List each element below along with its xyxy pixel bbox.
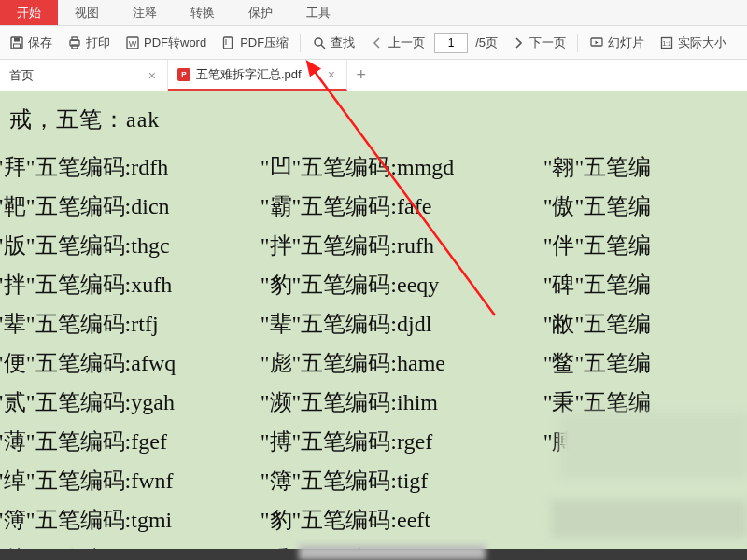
save-button[interactable]: 保存 <box>4 26 58 59</box>
code-entry: "翱"五笔编 <box>543 153 747 181</box>
blurred-region <box>551 500 747 538</box>
svg-rect-5 <box>72 45 78 49</box>
menu-convert[interactable]: 转换 <box>174 0 232 25</box>
code-entry: "薄"五笔编码:fgef <box>0 427 233 455</box>
code-entry: "豹"五笔编码:eeqy <box>261 271 515 299</box>
svg-rect-4 <box>72 37 78 40</box>
actualsize-icon: 1:1 <box>659 35 674 50</box>
tab-home-label: 首页 <box>9 67 34 84</box>
pdf2word-label: PDF转word <box>144 35 206 51</box>
find-button[interactable]: 查找 <box>306 26 360 59</box>
code-entry: "绰"五笔编码:fwnf <box>0 467 233 495</box>
page-total-label: /5页 <box>472 35 501 51</box>
new-tab-button[interactable]: + <box>347 60 375 91</box>
slideshow-label: 幻灯片 <box>608 35 644 51</box>
compress-icon <box>221 35 236 50</box>
code-entry: "贰"五笔编码:ygah <box>0 388 233 416</box>
prev-page-label: 上一页 <box>388 35 425 51</box>
tab-home[interactable]: 首页 × <box>0 60 168 91</box>
code-entry: "拌"五笔编码:rufh <box>261 231 515 259</box>
code-entry: "簿"五笔编码:tigf <box>261 467 515 495</box>
blurred-region <box>560 413 747 478</box>
code-entry: "便"五笔编码:afwq <box>0 349 233 377</box>
menu-tools[interactable]: 工具 <box>289 0 347 25</box>
find-label: 查找 <box>331 35 355 51</box>
column-1: "拜"五笔编码:rdfh"靶"五笔编码:dicn"版"五笔编码:thgc"拌"五… <box>0 153 233 549</box>
document-viewport: 戒，五笔：aak "拜"五笔编码:rdfh"靶"五笔编码:dicn"版"五笔编码… <box>0 91 747 549</box>
column-3: "翱"五笔编"傲"五笔编"伴"五笔编"碑"五笔编"敝"五笔编"鳖"五笔编"秉"五… <box>543 153 747 549</box>
menu-view[interactable]: 视图 <box>58 0 116 25</box>
arrow-right-icon <box>511 35 526 50</box>
svg-rect-8 <box>224 37 233 49</box>
column-2: "凹"五笔编码:mmgd"霸"五笔编码:fafe"拌"五笔编码:rufh"豹"五… <box>261 153 515 549</box>
svg-point-9 <box>315 38 322 46</box>
search-icon <box>312 35 327 50</box>
code-entry: "辈"五笔编码:djdl <box>261 310 515 338</box>
svg-text:1:1: 1:1 <box>662 40 671 47</box>
svg-text:W: W <box>129 39 137 49</box>
page-number-input[interactable] <box>434 33 468 53</box>
print-icon <box>67 35 82 50</box>
next-page-label: 下一页 <box>529 35 566 51</box>
tab-pdf[interactable]: P 五笔难拆字汇总.pdf × <box>168 60 347 91</box>
actualsize-label: 实际大小 <box>678 35 726 51</box>
code-entry: "簿"五笔编码:tgmi <box>0 506 233 534</box>
code-entry: "伴"五笔编 <box>543 231 747 259</box>
print-button[interactable]: 打印 <box>62 26 116 59</box>
toolbar: 保存 打印 W PDF转word PDF压缩 查找 上一页 /5页 <box>0 26 747 60</box>
prev-page-button[interactable]: 上一页 <box>364 26 430 59</box>
code-entry: "濒"五笔编码:ihim <box>261 388 515 416</box>
menu-tabs: 开始 视图 注释 转换 保护 工具 <box>0 0 747 26</box>
pdf2word-button[interactable]: W PDF转word <box>120 26 212 59</box>
svg-rect-2 <box>14 44 21 48</box>
code-entry: "霸"五笔编码:fafe <box>261 192 515 220</box>
code-entry: "靶"五笔编码:dicn <box>0 192 233 220</box>
pdf-icon: P <box>177 68 190 81</box>
code-entry: "彪"五笔编码:hame <box>261 349 515 377</box>
slideshow-icon <box>589 35 604 50</box>
code-entry: "傲"五笔编 <box>543 192 747 220</box>
tab-pdf-label: 五笔难拆字汇总.pdf <box>196 66 302 83</box>
code-entry: "凹"五笔编码:mmgd <box>261 153 515 181</box>
word-icon: W <box>125 35 140 50</box>
svg-line-10 <box>321 45 325 49</box>
menu-annotate[interactable]: 注释 <box>116 0 174 25</box>
slideshow-button[interactable]: 幻灯片 <box>584 26 650 59</box>
file-tabs: 首页 × P 五笔难拆字汇总.pdf × + <box>0 60 747 91</box>
code-entry: "辈"五笔编码:rtfj <box>0 310 233 338</box>
menu-start[interactable]: 开始 <box>0 0 58 25</box>
code-entry: "拜"五笔编码:rdfh <box>0 153 233 181</box>
next-page-button[interactable]: 下一页 <box>505 26 571 59</box>
svg-rect-1 <box>14 37 20 41</box>
code-entry: "搏"五笔编码:rgef <box>261 427 515 455</box>
code-entry: "豹"五笔编码:eeft <box>261 506 515 534</box>
save-icon <box>9 35 24 50</box>
code-entry: "敝"五笔编 <box>543 310 747 338</box>
close-icon[interactable]: × <box>326 67 337 82</box>
code-entry: "拌"五笔编码:xufh <box>0 271 233 299</box>
pdfcompress-label: PDF压缩 <box>240 35 289 51</box>
pdfcompress-button[interactable]: PDF压缩 <box>216 26 294 59</box>
code-entry: "碑"五笔编 <box>543 271 747 299</box>
print-label: 打印 <box>86 35 110 51</box>
doc-header-line: 戒，五笔：aak <box>4 99 747 153</box>
code-entry: "鳖"五笔编 <box>543 349 747 377</box>
code-entry: "版"五笔编码:thgc <box>0 231 233 259</box>
save-label: 保存 <box>28 35 52 51</box>
menu-protect[interactable]: 保护 <box>232 0 289 25</box>
close-icon[interactable]: × <box>147 68 158 83</box>
toolbar-separator <box>300 34 301 52</box>
blurred-region <box>299 545 486 560</box>
doc-columns: "拜"五笔编码:rdfh"靶"五笔编码:dicn"版"五笔编码:thgc"拌"五… <box>4 153 747 549</box>
actualsize-button[interactable]: 1:1 实际大小 <box>654 26 732 59</box>
toolbar-separator-2 <box>577 34 578 52</box>
arrow-left-icon <box>370 35 385 50</box>
